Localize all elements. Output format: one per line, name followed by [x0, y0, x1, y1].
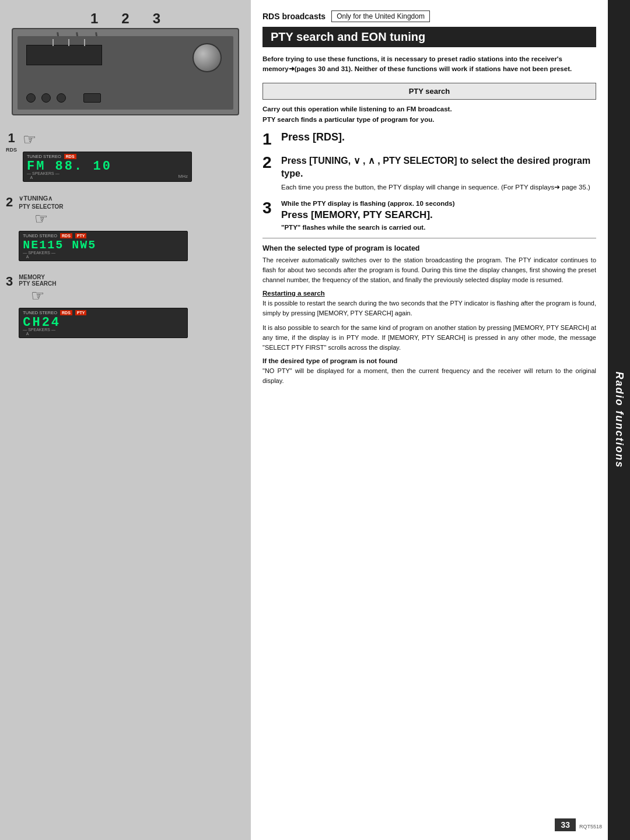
step2-area: 2 ∨TUNING∧ PTY SELECTOR ☞ TUNED STEREO R…	[6, 195, 245, 261]
step1-rds-badge: RDS	[64, 154, 76, 159]
right-step1: 1 Press [RDS].	[262, 131, 596, 147]
restarting-body2: It is also possible to search for the sa…	[262, 323, 596, 353]
section-title: PTY search and EON tuning	[262, 27, 596, 47]
step1-display: TUNED STEREO RDS FM 88. 10 MHz — SPEAKER…	[23, 152, 192, 182]
pty-finds-text: PTY search finds a particular type of pr…	[262, 116, 596, 123]
step3-hand-icon: ☞	[31, 287, 44, 305]
restarting-body1: It is possible to restart the search dur…	[262, 298, 596, 318]
step2-display-text: NE115 NW5	[23, 238, 184, 252]
side-text-bar: Radio functions	[608, 0, 630, 840]
step2-rds-badge: RDS	[60, 233, 72, 238]
divider1	[262, 238, 596, 238]
step3-num-label: 3	[6, 274, 13, 289]
when-located-body: The receiver automatically switches over…	[262, 255, 596, 285]
step1-speakers: — SPEAKERS — A	[27, 171, 60, 180]
right-step2: 2 Press [TUNING, ∨ , ∧ , PTY SELECTOR] t…	[262, 154, 596, 193]
step3-title: Press [MEMORY, PTY SEARCH].	[281, 209, 596, 221]
step1-num-label: 1 RDS	[6, 131, 17, 153]
right-step3-num: 3	[262, 200, 275, 216]
right-step1-content: Press [RDS].	[281, 131, 596, 146]
right-step1-title: Press [RDS].	[281, 131, 596, 143]
step3-memory-label: MEMORY	[19, 274, 45, 280]
step3-while-label: While the PTY display is flashing (appro…	[281, 200, 596, 207]
right-step2-desc: Each time you press the button, the PTY …	[281, 182, 596, 192]
uk-only-badge: Only for the United Kingdom	[331, 10, 430, 22]
step1-tuned-label: TUNED STEREO	[27, 154, 61, 159]
step3-rds-badge: RDS	[60, 310, 72, 315]
step2-pty-badge: PTY	[75, 233, 87, 238]
step1-number: 1	[8, 131, 15, 146]
page-number: 33	[555, 818, 576, 831]
diagram-num-2: 2	[121, 10, 129, 27]
step2-hand-icon: ☞	[34, 210, 48, 228]
right-step3-content: While the PTY display is flashing (appro…	[281, 200, 596, 231]
step2-num-label: 2	[6, 195, 13, 210]
step3-display: TUNED STEREO RDS PTY CH24 — SPEAKERS — A	[19, 308, 188, 338]
right-step1-num: 1	[262, 131, 275, 147]
right-step2-title: Press [TUNING, ∨ , ∧ , PTY SELECTOR] to …	[281, 154, 596, 181]
restarting-title: Restarting a search	[262, 290, 596, 297]
step2-number: 2	[6, 195, 13, 210]
pty-search-box: PTY search	[262, 83, 596, 100]
when-located-title: When the selected type of program is loc…	[262, 244, 596, 252]
left-column: 1 2 3	[0, 0, 251, 840]
diagram-num-1: 1	[90, 10, 98, 27]
right-column: RDS broadcasts Only for the United Kingd…	[251, 0, 608, 840]
step3-ptysearch-label: PTY SEARCH	[19, 280, 56, 287]
not-found-title: If the desired type of program is not fo…	[262, 357, 596, 364]
rds-broadcasts-text: RDS broadcasts	[262, 12, 326, 21]
step1-area: 1 RDS ☞ TUNED STEREO RDS FM 88. 10 MHz —…	[6, 131, 245, 182]
carry-text: Carry out this operation while listening…	[262, 106, 596, 113]
step2-speakers: — SPEAKERS — A	[23, 251, 55, 259]
right-step2-num: 2	[262, 154, 275, 171]
receiver-diagram: 1 2 3	[12, 10, 239, 115]
diagram-num-3: 3	[153, 10, 160, 27]
model-number: RQT5518	[579, 824, 602, 830]
step3-number: 3	[6, 274, 13, 289]
side-text-label: Radio functions	[613, 372, 625, 469]
step3-area: 3 MEMORY PTY SEARCH ☞ TUNED STEREO RDS	[6, 274, 245, 338]
step2-tuned-label: TUNED STEREO	[23, 233, 57, 238]
step3-pty-badge: PTY	[75, 310, 87, 315]
step1-hand-icon: ☞	[23, 131, 36, 149]
step1-mhz: MHz	[178, 174, 188, 179]
step3-tuned-label: TUNED STEREO	[23, 310, 57, 315]
tuning-label: ∨TUNING∧	[19, 195, 188, 202]
step3-speakers: — SPEAKERS — A	[23, 328, 55, 336]
pty-selector-label: PTY SELECTOR	[19, 203, 63, 210]
step1-rds-label: RDS	[6, 147, 17, 153]
step2-display: TUNED STEREO RDS PTY NE115 NW5 — SPEAKER…	[19, 231, 188, 261]
intro-text: Before trying to use these functions, it…	[262, 54, 596, 75]
not-found-body: "NO PTY" will be displayed for a moment,…	[262, 366, 596, 386]
right-step3: 3 While the PTY display is flashing (app…	[262, 200, 596, 231]
right-step2-content: Press [TUNING, ∨ , ∧ , PTY SELECTOR] to …	[281, 154, 596, 193]
step3-note: "PTY" flashes while the search is carrie…	[281, 224, 596, 231]
rds-header: RDS broadcasts Only for the United Kingd…	[262, 10, 596, 22]
